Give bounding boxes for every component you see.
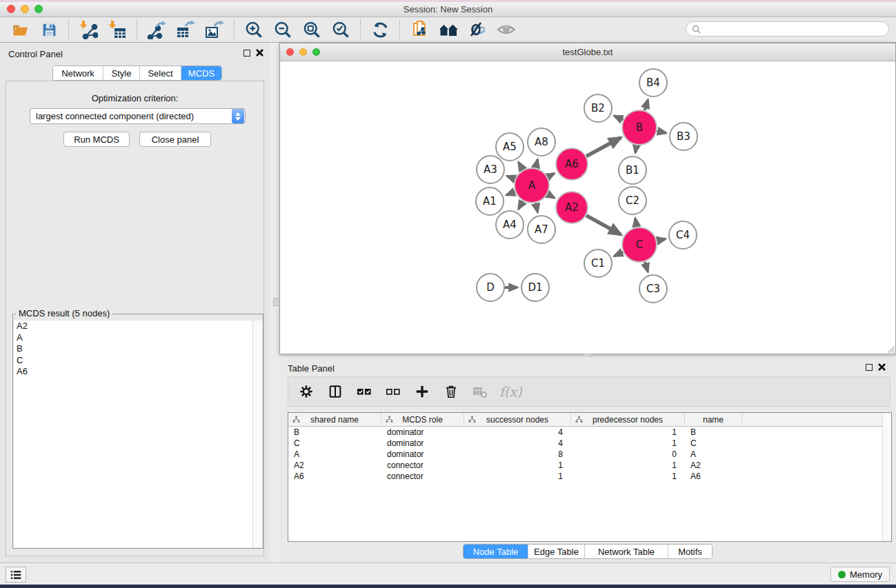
- cell-MCDS-role[interactable]: dominator: [381, 438, 464, 449]
- edge-A-A3[interactable]: [507, 176, 515, 179]
- window-resize-grip[interactable]: [886, 344, 895, 353]
- tab-mcds[interactable]: MCDS: [181, 66, 221, 80]
- cell-name[interactable]: A2: [685, 460, 742, 471]
- close-window-icon[interactable]: [286, 48, 294, 56]
- deselect-all-icon[interactable]: [384, 382, 403, 401]
- node-C3[interactable]: C3: [639, 275, 667, 303]
- node-C2[interactable]: C2: [619, 187, 646, 214]
- network-canvas[interactable]: AA1A2A3A4A5A6A7A8BB1B2B3B4CC1C2C3C4DD1: [280, 61, 895, 354]
- node-B1[interactable]: B1: [619, 156, 646, 184]
- mcds-result-item[interactable]: A6: [14, 366, 252, 378]
- node-A5[interactable]: A5: [496, 133, 524, 161]
- node-A4[interactable]: A4: [496, 211, 524, 239]
- cell-successor-nodes[interactable]: 8: [464, 449, 571, 460]
- cell-name[interactable]: C: [685, 438, 742, 449]
- edge-C-C3[interactable]: [645, 262, 648, 272]
- show-eye-icon[interactable]: [492, 19, 521, 41]
- select-all-icon[interactable]: [355, 382, 374, 401]
- function-builder-icon[interactable]: f(x): [499, 382, 522, 401]
- criterion-dropdown[interactable]: largest connected component (directed): [30, 108, 246, 124]
- cell-name[interactable]: A: [685, 449, 742, 460]
- node-table[interactable]: shared nameMCDS rolesuccessor nodesprede…: [288, 412, 892, 542]
- home-icon[interactable]: [434, 19, 463, 41]
- close-window-icon[interactable]: [7, 5, 15, 13]
- clone-network-icon[interactable]: [405, 19, 434, 41]
- mcds-result-item[interactable]: C: [14, 355, 252, 367]
- mcds-result-item[interactable]: A: [14, 332, 252, 344]
- column-header-MCDS-role[interactable]: MCDS role: [381, 413, 464, 427]
- import-table-icon[interactable]: [103, 19, 132, 41]
- cell-shared-name[interactable]: B: [288, 427, 381, 438]
- export-image-icon[interactable]: [200, 19, 229, 41]
- table-row[interactable]: A6connector11A6: [288, 471, 891, 482]
- node-C[interactable]: C: [622, 227, 657, 262]
- add-column-icon[interactable]: [412, 382, 432, 401]
- maximize-window-icon[interactable]: [34, 5, 43, 13]
- table-scrollbar[interactable]: [882, 413, 891, 541]
- vertical-split-grip[interactable]: [273, 298, 279, 306]
- cell-shared-name[interactable]: A2: [288, 460, 381, 471]
- mcds-result-item[interactable]: B: [14, 343, 252, 355]
- edge-A-A6[interactable]: [548, 174, 554, 177]
- export-table-icon[interactable]: [171, 19, 200, 41]
- cell-predecessor-nodes[interactable]: 1: [571, 438, 685, 449]
- node-A1[interactable]: A1: [476, 187, 504, 215]
- node-A3[interactable]: A3: [477, 156, 504, 183]
- cell-successor-nodes[interactable]: 1: [464, 460, 571, 471]
- node-B[interactable]: B: [622, 110, 657, 145]
- cell-MCDS-role[interactable]: dominator: [381, 449, 464, 460]
- tab-network[interactable]: Network: [53, 66, 103, 80]
- edge-A2-C[interactable]: [586, 216, 621, 234]
- close-panel-button[interactable]: Close panel: [139, 132, 211, 147]
- search-field[interactable]: [686, 21, 889, 37]
- cell-name[interactable]: B: [685, 427, 742, 438]
- edge-B-B2[interactable]: [615, 116, 624, 120]
- cell-successor-nodes[interactable]: 1: [464, 471, 571, 482]
- cell-shared-name[interactable]: C: [288, 438, 381, 449]
- table-row[interactable]: A2connector11A2: [288, 460, 891, 471]
- edge-C-C1[interactable]: [615, 252, 624, 256]
- cell-predecessor-nodes[interactable]: 1: [571, 427, 685, 438]
- node-C4[interactable]: C4: [669, 221, 697, 249]
- zoom-fit-icon[interactable]: [297, 19, 326, 41]
- cell-successor-nodes[interactable]: 4: [464, 438, 571, 449]
- edge-B-B4[interactable]: [645, 100, 648, 110]
- edge-C-C2[interactable]: [635, 219, 637, 227]
- network-graph[interactable]: AA1A2A3A4A5A6A7A8BB1B2B3B4CC1C2C3C4DD1: [280, 61, 895, 354]
- node-D1[interactable]: D1: [521, 274, 549, 301]
- cell-shared-name[interactable]: A6: [288, 471, 381, 482]
- mcds-list-scrollbar[interactable]: [252, 321, 262, 547]
- delete-column-icon[interactable]: [441, 382, 461, 401]
- mcds-result-item[interactable]: A2: [14, 321, 252, 332]
- cell-predecessor-nodes[interactable]: 1: [571, 471, 685, 482]
- node-B3[interactable]: B3: [670, 123, 697, 150]
- table-row[interactable]: Bdominator41B: [288, 427, 891, 438]
- tab-node-table[interactable]: Node Table: [464, 545, 528, 558]
- network-window-titlebar[interactable]: testGlobe.txt: [280, 43, 895, 61]
- export-network-icon[interactable]: [142, 19, 171, 41]
- tab-style[interactable]: Style: [103, 66, 139, 80]
- cell-MCDS-role[interactable]: dominator: [381, 427, 464, 438]
- close-panel-icon[interactable]: [255, 48, 264, 57]
- minimize-window-icon[interactable]: [299, 48, 307, 56]
- minimize-window-icon[interactable]: [21, 5, 29, 13]
- edge-A6-B[interactable]: [586, 138, 621, 156]
- edge-A-A7[interactable]: [536, 203, 538, 212]
- search-input[interactable]: [704, 24, 883, 34]
- node-A2[interactable]: A2: [556, 192, 588, 223]
- edge-C-C4[interactable]: [657, 239, 665, 241]
- refresh-icon[interactable]: [366, 19, 395, 41]
- edge-B-B1[interactable]: [635, 145, 637, 153]
- maximize-window-icon[interactable]: [312, 48, 320, 56]
- mcds-result-list[interactable]: A2ABCA6: [14, 321, 252, 547]
- close-panel-icon[interactable]: [877, 363, 886, 372]
- edge-B-B3[interactable]: [657, 131, 666, 133]
- node-A6[interactable]: A6: [556, 148, 588, 180]
- destroy-table-icon[interactable]: [470, 382, 490, 401]
- node-A[interactable]: A: [515, 168, 549, 203]
- run-mcds-button[interactable]: Run MCDS: [63, 132, 130, 147]
- float-panel-icon[interactable]: [866, 364, 873, 371]
- zoom-selected-icon[interactable]: [326, 19, 355, 41]
- table-row[interactable]: Cdominator41C: [288, 438, 891, 449]
- tab-select[interactable]: Select: [139, 66, 181, 80]
